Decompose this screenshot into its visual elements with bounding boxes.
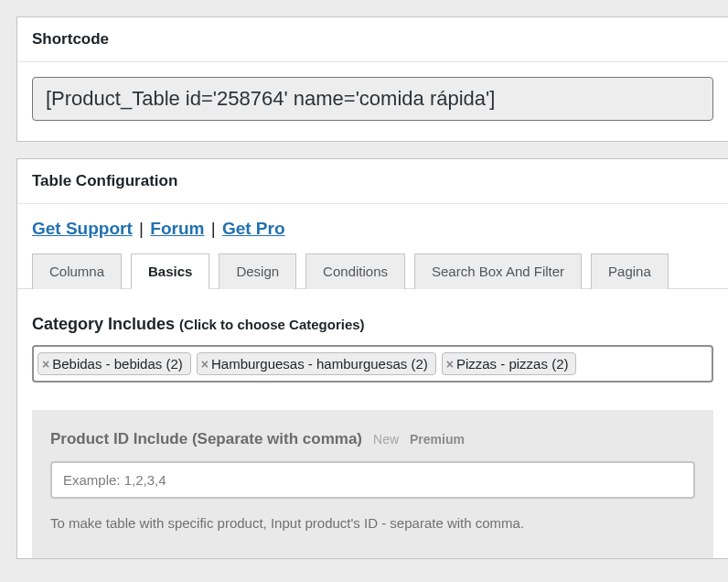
table-config-title: Table Configuration <box>32 172 713 190</box>
category-tag-input[interactable]: × Bebidas - bebidas (2) × Hamburguesas -… <box>32 345 713 383</box>
get-support-link[interactable]: Get Support <box>32 219 133 238</box>
product-id-include-title-row: Product ID Include (Separate with comma)… <box>50 430 695 448</box>
tab-pagina[interactable]: Pagina <box>591 253 669 289</box>
product-id-include-label: Product ID Include (Separate with comma) <box>50 430 362 448</box>
config-tabs: Columna Basics Design Conditions Search … <box>17 253 728 289</box>
close-icon[interactable]: × <box>201 358 209 371</box>
get-pro-link[interactable]: Get Pro <box>222 219 285 238</box>
tab-design[interactable]: Design <box>219 253 296 289</box>
shortcode-panel-title: Shortcode <box>32 30 713 48</box>
link-separator: | <box>137 219 150 238</box>
table-config-body: Get Support | Forum | Get Pro Columna Ba… <box>17 204 728 558</box>
product-id-help-text: To make table with specific product, Inp… <box>50 515 695 531</box>
premium-badge: Premium <box>410 432 465 447</box>
category-tag-label: Bebidas - bebidas (2) <box>52 356 183 372</box>
table-config-panel: Table Configuration Get Support | Forum … <box>16 158 728 559</box>
category-tag[interactable]: × Bebidas - bebidas (2) <box>37 352 191 375</box>
close-icon[interactable]: × <box>446 358 454 371</box>
tab-conditions[interactable]: Conditions <box>305 253 405 289</box>
category-includes-label-text: Category Includes <box>32 315 175 333</box>
category-includes-hint: (Click to choose Categories) <box>179 317 365 332</box>
category-tag[interactable]: × Pizzas - pizzas (2) <box>442 352 577 375</box>
config-links: Get Support | Forum | Get Pro <box>17 219 728 253</box>
forum-link[interactable]: Forum <box>150 219 204 238</box>
link-separator: | <box>209 219 222 238</box>
category-tag[interactable]: × Hamburguesas - hamburguesas (2) <box>197 352 436 375</box>
close-icon[interactable]: × <box>42 358 49 371</box>
category-includes-section: Category Includes (Click to choose Categ… <box>17 289 728 383</box>
shortcode-panel-body <box>17 62 728 141</box>
table-config-header: Table Configuration <box>17 159 728 204</box>
category-includes-label: Category Includes (Click to choose Categ… <box>32 315 713 334</box>
shortcode-panel-header: Shortcode <box>17 17 728 62</box>
shortcode-input[interactable] <box>32 77 713 121</box>
tab-columna[interactable]: Columna <box>32 253 122 289</box>
new-badge: New <box>373 432 399 447</box>
shortcode-panel: Shortcode <box>16 16 728 142</box>
category-tag-label: Pizzas - pizzas (2) <box>456 356 569 372</box>
product-id-include-panel: Product ID Include (Separate with comma)… <box>32 410 713 558</box>
tab-basics[interactable]: Basics <box>131 253 209 289</box>
product-id-input[interactable] <box>50 461 695 499</box>
category-tag-label: Hamburguesas - hamburguesas (2) <box>211 356 428 372</box>
tab-search-filter[interactable]: Search Box And Filter <box>414 253 582 289</box>
